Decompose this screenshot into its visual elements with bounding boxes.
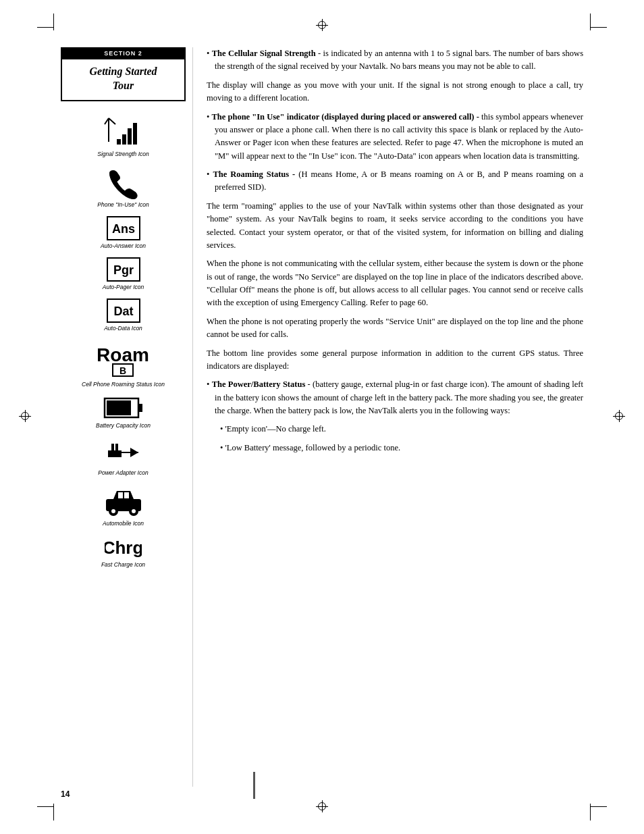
auto-pager-label: Auto-Pager Icon [103,284,144,290]
battery-icon-item: Battery Capacity Icon [61,396,186,429]
registration-mark-top [316,19,328,34]
auto-answer-label: Auto-Answer Icon [101,242,146,249]
crop-mark [37,806,54,807]
auto-pager-icon: Pgr [107,257,140,282]
power-adapter-icon-item: Power Adapter Icon [61,437,186,476]
svg-text:B: B [119,365,126,376]
crop-mark [590,806,607,807]
auto-data-icon: Dat [107,298,140,323]
sub-bullet-low-battery: • 'Low Battery' message, followed by a p… [220,442,583,454]
auto-answer-icon: Ans [107,216,140,240]
power-adapter-label: Power Adapter Icon [98,469,148,476]
svg-text:Roam: Roam [98,344,149,365]
crop-mark [590,14,591,30]
signal-strength-icon [103,115,144,149]
phone-in-use-icon-item: Phone "In-Use" Icon [61,165,186,208]
roaming-label: Cell Phone Roaming Status Icon [82,381,165,388]
svg-line-1 [109,118,115,124]
svg-point-30 [132,509,136,513]
roaming-icon-item: Roam B Cell Phone Roaming Status Icon [61,340,186,388]
svg-point-28 [111,509,115,513]
svg-rect-25 [118,492,123,498]
crop-mark [590,804,591,820]
registration-mark-left [19,410,31,425]
svg-rect-18 [107,400,131,415]
phone-in-use-label: Phone "In-Use" Icon [97,201,149,208]
section-title: Getting Started Tour [69,65,178,93]
battery-icon [103,396,144,420]
in-use-heading: The phone "In Use" indicator (displayed … [212,112,479,122]
svg-rect-20 [111,444,114,450]
crop-mark [53,804,54,820]
automobile-label: Automobile Icon [103,520,144,527]
svg-rect-21 [115,444,118,450]
content-area: SECTION 2 Getting Started Tour [61,47,583,787]
right-column: • The Cellular Signal Strength - is indi… [192,47,583,787]
sub-bullet-empty-icon: • 'Empty icon'—No charge left. [220,423,583,436]
page-number: 14 [61,789,70,799]
paragraph-display-change: The display will change as you move with… [207,79,583,105]
auto-data-label: Auto-Data Icon [104,325,142,332]
power-adapter-icon [105,437,142,467]
fast-charge-label: Fast Charge Icon [101,561,145,568]
registration-mark-bottom [316,800,328,815]
paragraph-in-use: • The phone "In Use" indicator (displaye… [207,111,583,163]
phone-in-use-icon [105,165,142,199]
battery-capacity-label: Battery Capacity Icon [96,422,151,429]
paragraph-power-battery: • The Power/Battery Status - (battery ga… [207,378,583,417]
svg-rect-26 [124,492,129,498]
section-label: SECTION 2 [61,47,186,59]
svg-marker-23 [130,448,138,457]
paragraph-service-unit: When the phone is not operating properly… [207,315,583,342]
auto-data-icon-item: Dat Auto-Data Icon [61,298,186,332]
signal-strength-heading: The Cellular Signal Strength [212,49,316,58]
svg-rect-19 [108,450,122,457]
fast-charge-icon-item: Chrg Fast Charge Icon [61,535,186,568]
paragraph-roaming-status: • The Roaming Status - (H means Home, A … [207,168,583,194]
svg-rect-6 [133,123,137,145]
registration-mark-right [613,410,625,425]
roaming-icon: Roam B [98,340,149,379]
svg-rect-4 [122,134,126,145]
roaming-heading: The Roaming Status - [213,170,295,179]
crop-mark [590,27,607,28]
page: SECTION 2 Getting Started Tour [0,0,644,834]
svg-rect-3 [117,139,121,145]
auto-answer-icon-item: Ans Auto-Answer Icon [61,216,186,249]
body-text: • The Cellular Signal Strength - is indi… [207,47,583,454]
paragraph-no-service: When the phone is not communicating with… [207,257,583,310]
paragraph-roaming-explanation: The term "roaming" applies to the use of… [207,200,583,253]
fast-charge-icon: Chrg [105,535,142,559]
power-battery-heading: The Power/Battery Status [212,380,306,389]
crop-mark [53,14,54,30]
section-marker-bar [253,772,255,799]
automobile-icon-item: Automobile Icon [61,484,186,527]
paragraph-bottom-line: The bottom line provides some general pu… [207,347,583,373]
crop-mark [37,27,54,28]
automobile-icon [103,484,144,518]
svg-rect-5 [128,128,132,145]
auto-pager-icon-item: Pgr Auto-Pager Icon [61,257,186,290]
svg-text:Pgr: Pgr [113,263,133,277]
signal-strength-label: Signal Strength Icon [97,151,149,157]
svg-text:Dat: Dat [113,305,133,318]
svg-text:Ans: Ans [111,222,134,236]
svg-text:Chrg: Chrg [105,538,142,558]
title-box: Getting Started Tour [61,59,186,101]
left-column: SECTION 2 Getting Started Tour [61,47,192,787]
paragraph-signal-strength: • The Cellular Signal Strength - is indi… [207,47,583,74]
signal-strength-icon-item: Signal Strength Icon [61,115,186,157]
svg-rect-17 [138,404,142,412]
